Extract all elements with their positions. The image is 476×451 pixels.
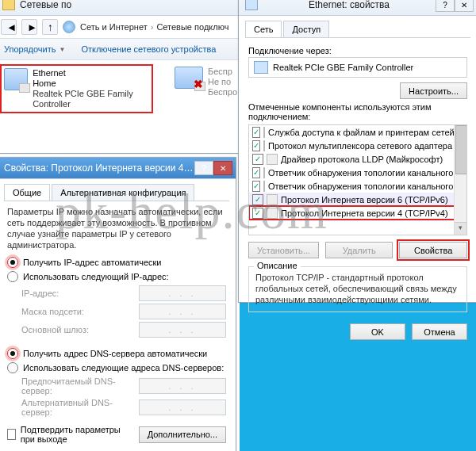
ip-input: . . . — [139, 285, 226, 301]
radio-auto-ip[interactable]: Получить IP-адрес автоматически — [7, 257, 226, 268]
list-item-ipv4[interactable]: ✓Протокол Интернета версии 4 (TCP/IPv4) — [249, 206, 466, 220]
globe-icon — [63, 21, 75, 33]
tab-general[interactable]: Общие — [4, 184, 50, 201]
checkbox-icon[interactable]: ✓ — [252, 140, 260, 151]
gateway-input: . . . — [139, 322, 226, 338]
close-button[interactable]: ✕ — [455, 0, 474, 12]
component-icon — [267, 154, 278, 165]
help-button[interactable]: ? — [436, 0, 455, 12]
radio-auto-dns[interactable]: Получить адрес DNS-сервера автоматически — [7, 348, 226, 359]
forward-button[interactable]: ► — [21, 19, 37, 35]
ipv4-properties-window: Свойства: Протокол Интернета версии 4 (T… — [0, 157, 236, 451]
titlebar: Сетевые по — [0, 0, 244, 16]
component-icon — [267, 194, 278, 205]
validate-checkbox-row[interactable]: ✓ Подтвердить параметры при выходе Допол… — [7, 425, 226, 444]
back-button[interactable]: ◄ — [1, 19, 17, 35]
checkbox-icon[interactable]: ✓ — [252, 127, 260, 138]
radio-icon — [7, 362, 18, 373]
list-item[interactable]: ✓Ответчик обнаружения топологии канально… — [249, 179, 466, 193]
list-item[interactable]: ✓Служба доступа к файлам и принтерам сет… — [249, 125, 466, 139]
breadcrumb[interactable]: Сеть и Интернет›Сетевые подключ — [80, 22, 228, 32]
advanced-button[interactable]: Дополнительно... — [139, 426, 226, 443]
breadcrumb-bar: ◄ ► ↑ Сеть и Интернет›Сетевые подключ — [0, 16, 244, 39]
adapter-box: Realtek PCIe GBE Family Controller — [248, 57, 467, 78]
component-icon — [263, 140, 265, 151]
conn-status: Home — [33, 78, 149, 89]
component-icon — [263, 127, 265, 138]
tab-sharing[interactable]: Доступ — [283, 21, 329, 37]
components-label: Отмеченные компоненты используются этим … — [248, 102, 467, 121]
radio-manual-ip[interactable]: Использовать следующий IP-адрес: — [7, 271, 226, 282]
uninstall-button[interactable]: Удалить — [325, 242, 393, 258]
conn-name: Ethernet — [33, 68, 149, 78]
adapter-icon — [245, 0, 258, 10]
titlebar: Свойства: Протокол Интернета версии 4 (T… — [0, 158, 236, 179]
tab-network[interactable]: Сеть — [245, 21, 282, 37]
component-icon — [267, 208, 278, 219]
configure-button[interactable]: Настроить... — [400, 82, 467, 99]
tabs: Сеть Доступ — [245, 21, 470, 38]
conn-adapter: Realtek PCIe GBE Family Controller — [33, 89, 149, 109]
conn-adapter: Беспро — [208, 87, 237, 97]
conn-status: Не по — [208, 77, 237, 87]
conn-name: Беспр — [208, 67, 237, 77]
checkbox-icon[interactable]: ✓ — [7, 429, 16, 440]
close-button[interactable]: ✕ — [213, 161, 232, 175]
list-item[interactable]: ✓Протокол мультиплексора сетевого адапте… — [249, 139, 466, 152]
titlebar: Ethernet: свойства ? ✕ — [239, 0, 476, 16]
checkbox-icon[interactable]: ✓ — [252, 167, 260, 178]
dns1-input: . . . — [139, 378, 226, 394]
adapter-small-icon — [254, 61, 268, 74]
component-icon — [263, 181, 265, 192]
list-item-ipv6[interactable]: ✓Протокол Интернета версии 6 (TCP/IPv6) — [249, 193, 466, 206]
network-connections-window: Сетевые по ◄ ► ↑ Сеть и Интернет›Сетевые… — [0, 0, 244, 154]
scrollbar-down-icon[interactable]: ▾ — [455, 222, 466, 235]
checkbox-icon[interactable]: ✓ — [252, 194, 263, 205]
radio-icon — [7, 348, 18, 359]
description-group: Описание Протокол TCP/IP - стандартный п… — [248, 266, 467, 312]
cancel-button[interactable]: Отмена — [412, 323, 467, 340]
window-title: Свойства: Протокол Интернета версии 4 (T… — [4, 162, 194, 174]
window-title: Ethernet: свойства — [263, 0, 436, 10]
ok-button[interactable]: OK — [350, 323, 405, 340]
validate-label: Подтвердить параметры при выходе — [21, 425, 129, 444]
description-title: Описание — [254, 261, 301, 270]
organize-menu[interactable]: Упорядочить▼ — [0, 39, 73, 59]
radio-manual-dns[interactable]: Использовать следующие адреса DNS-сервер… — [7, 362, 226, 373]
ethernet-icon — [4, 68, 28, 90]
mask-input: . . . — [139, 304, 226, 319]
disconnected-icon: ✖ — [194, 78, 205, 89]
help-button[interactable]: ? — [194, 161, 213, 175]
dns2-input: . . . — [139, 399, 226, 415]
checkbox-icon[interactable]: ✓ — [252, 208, 263, 219]
toolbar: Упорядочить▼ Отключение сетевого устройс… — [0, 39, 244, 60]
mask-label: Маска подсети: — [21, 307, 132, 316]
window-title: Сетевые по — [20, 0, 240, 10]
checkbox-icon[interactable]: ✓ — [252, 181, 260, 192]
radio-icon — [7, 257, 18, 268]
description-text: Протокол TCP/IP - стандартный протокол г… — [255, 272, 460, 305]
intro-text: Параметры IP можно назначать автоматичес… — [7, 206, 226, 250]
list-item[interactable]: ✓Ответчик обнаружения топологии канально… — [249, 166, 466, 179]
components-list[interactable]: ✓Служба доступа к файлам и принтерам сет… — [248, 124, 467, 235]
component-icon — [263, 167, 265, 178]
properties-button[interactable]: Свойства — [399, 242, 467, 258]
scrollbar-thumb[interactable] — [455, 125, 467, 174]
wireless-connection-item[interactable]: ✖ Беспр Не по Беспро — [175, 67, 237, 111]
ethernet-connection-item[interactable]: Ethernet Home Realtek PCIe GBE Family Co… — [2, 67, 151, 111]
ethernet-properties-window: Ethernet: свойства ? ✕ Сеть Доступ Подкл… — [238, 0, 476, 303]
list-item[interactable]: ✓Драйвер протокола LLDP (Майкрософт) — [249, 152, 466, 166]
folder-icon — [2, 0, 15, 10]
disable-device-menu[interactable]: Отключение сетевого устройства — [73, 39, 224, 59]
up-button[interactable]: ↑ — [42, 19, 58, 35]
tab-alt-config[interactable]: Альтернативная конфигурация — [52, 184, 194, 201]
connect-via-label: Подключение через: — [248, 46, 467, 55]
checkbox-icon[interactable]: ✓ — [252, 154, 263, 165]
scrollbar[interactable]: ▾ — [454, 125, 466, 235]
radio-icon — [7, 271, 18, 282]
gateway-label: Основной шлюз: — [21, 325, 132, 334]
install-button[interactable]: Установить... — [248, 242, 319, 258]
ip-label: IP-адрес: — [21, 289, 132, 298]
dns2-label: Альтернативный DNS-сервер: — [21, 398, 132, 417]
dns1-label: Предпочитаемый DNS-сервер: — [21, 376, 132, 396]
